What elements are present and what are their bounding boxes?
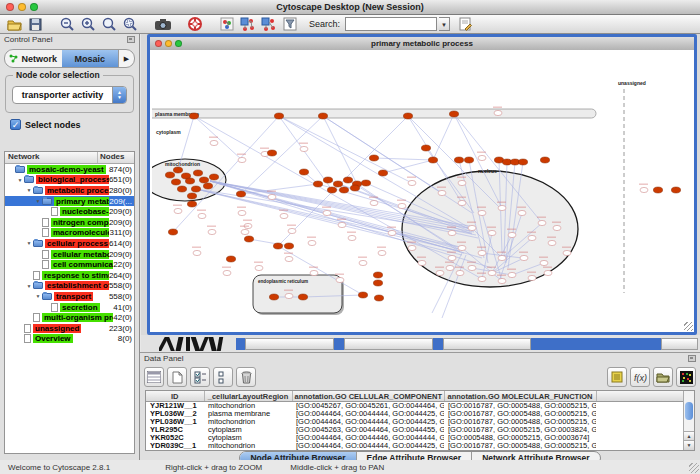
network-node-open[interactable] xyxy=(348,235,356,240)
delete-attribute-icon[interactable] xyxy=(236,367,256,387)
minimize-view-icon[interactable] xyxy=(165,40,172,47)
close-window-icon[interactable] xyxy=(6,3,14,11)
network-node[interactable] xyxy=(361,180,370,186)
network-node[interactable] xyxy=(313,181,322,187)
network-node-open[interactable] xyxy=(418,260,426,265)
network-node-open[interactable] xyxy=(210,140,218,145)
close-view-icon[interactable] xyxy=(155,40,162,47)
network-node-open[interactable] xyxy=(494,110,502,115)
network-canvas-area[interactable]: plasma membrane cytoplasm mitochondrion … xyxy=(150,50,694,332)
table-row[interactable]: YKR052Ccytoplasm[GO:0044464, GO:0044446,… xyxy=(146,434,695,442)
expand-arrow-icon[interactable]: ▼ xyxy=(25,187,33,193)
network-node-open[interactable] xyxy=(478,210,486,215)
network-node-open[interactable] xyxy=(436,270,444,275)
network-node-open[interactable] xyxy=(548,240,556,245)
column-header[interactable]: annotation.GO CELLULAR_COMPONENT xyxy=(292,391,444,402)
app-resize-grip[interactable] xyxy=(689,463,699,473)
network-node-open[interactable] xyxy=(300,146,308,151)
network-node[interactable] xyxy=(284,243,293,249)
tree-row[interactable]: ▼biological_process651(0) xyxy=(5,175,134,186)
tree-row[interactable]: ▼transport558(0) xyxy=(5,291,134,302)
tree-row[interactable]: secretion41(0) xyxy=(5,302,134,313)
network-node-open[interactable] xyxy=(478,250,486,255)
network-node-open[interactable] xyxy=(508,232,516,237)
network-node-open[interactable] xyxy=(323,210,331,215)
select-attributes-icon[interactable] xyxy=(190,367,210,387)
network-node-open[interactable] xyxy=(388,230,396,235)
window-controls[interactable] xyxy=(6,3,38,11)
network-node[interactable] xyxy=(298,294,307,300)
network-node[interactable] xyxy=(199,177,208,183)
network-node-open[interactable] xyxy=(498,255,506,260)
network-node-open[interactable] xyxy=(448,230,456,235)
float-data-panel-icon[interactable] xyxy=(688,355,696,362)
network-node[interactable] xyxy=(449,111,458,117)
expand-arrow-icon[interactable]: ▼ xyxy=(16,177,24,183)
attribute-table[interactable]: ID_cellularLayoutRegionannotation.GO CEL… xyxy=(145,390,695,451)
annotation-icon[interactable] xyxy=(456,16,475,33)
network-node-open[interactable] xyxy=(553,225,561,230)
network-node[interactable] xyxy=(168,229,177,235)
network-node[interactable] xyxy=(171,179,180,185)
filter-icon[interactable] xyxy=(280,16,299,33)
network-node-open[interactable] xyxy=(370,200,378,205)
network-canvas[interactable]: plasma membrane cytoplasm mitochondrion … xyxy=(152,63,692,332)
network-node[interactable] xyxy=(318,113,327,119)
network-node[interactable] xyxy=(273,243,282,249)
table-row[interactable]: YLR295Ccytoplasm[GO:0045263, GO:0044464,… xyxy=(146,426,695,434)
tree-row[interactable]: ▼primary metabo209(... xyxy=(5,196,134,207)
network-node-open[interactable] xyxy=(438,190,446,195)
zoom-fit-icon[interactable] xyxy=(100,16,119,33)
network-node[interactable] xyxy=(203,183,212,189)
tab-mosaic[interactable]: Mosaic xyxy=(62,50,119,67)
network-node-open[interactable] xyxy=(268,194,276,199)
network-node-open[interactable] xyxy=(288,228,296,233)
tab-network[interactable]: Network xyxy=(5,50,62,67)
zoom-selected-icon[interactable] xyxy=(121,16,140,33)
tree-row[interactable]: unassigned223(0) xyxy=(5,323,134,334)
select-nodes-checkbox[interactable]: ✓ xyxy=(10,119,21,130)
network-node[interactable] xyxy=(350,185,359,191)
tree-row[interactable]: multi-organism pro42(0) xyxy=(5,312,134,323)
import-attributes-icon[interactable] xyxy=(653,367,673,387)
network-node-open[interactable] xyxy=(458,180,466,185)
network-node-open[interactable] xyxy=(359,260,367,265)
network-node-open[interactable] xyxy=(238,210,246,215)
table-scrollbar[interactable]: ▲ ▼ xyxy=(683,391,694,450)
tree-row[interactable]: ▼establishment of lo558(0) xyxy=(5,281,134,292)
network-node-open[interactable] xyxy=(193,250,201,255)
attribute-table-icon[interactable] xyxy=(144,367,164,387)
network-node[interactable] xyxy=(378,170,387,176)
network-node[interactable] xyxy=(191,186,200,192)
network-node[interactable] xyxy=(267,150,276,156)
float-panel-icon[interactable] xyxy=(127,36,135,43)
network-node-open[interactable] xyxy=(223,270,231,275)
window-resize-grip[interactable] xyxy=(684,322,693,331)
network-node-open[interactable] xyxy=(544,270,552,275)
network-node-open[interactable] xyxy=(336,277,344,282)
table-row[interactable]: YJR121W__1mitochondrion[GO:0045267, GO:0… xyxy=(146,402,695,411)
network-node[interactable] xyxy=(518,159,527,165)
column-header[interactable]: _cellularLayoutRegion xyxy=(204,391,292,402)
network-node-open[interactable] xyxy=(498,278,506,283)
minimize-window-icon[interactable] xyxy=(18,3,26,11)
network-node[interactable] xyxy=(226,256,235,262)
table-row[interactable]: YDR039C__1mitochondrion[GO:0044464, GO:0… xyxy=(146,442,695,450)
network-node[interactable] xyxy=(333,181,342,187)
notes-icon[interactable] xyxy=(607,367,627,387)
network-node-open[interactable] xyxy=(488,230,496,235)
network-node-open[interactable] xyxy=(478,276,486,281)
network-node[interactable] xyxy=(299,169,308,175)
column-header[interactable]: ID xyxy=(146,391,204,402)
network-node-open[interactable] xyxy=(640,187,648,192)
network-a-icon[interactable] xyxy=(238,16,257,33)
network-node-open[interactable] xyxy=(198,213,206,218)
network-node-open[interactable] xyxy=(456,270,464,275)
tree-row[interactable]: nitrogen compo209(0) xyxy=(5,217,134,228)
search-input[interactable] xyxy=(345,17,437,31)
network-node-open[interactable] xyxy=(458,245,466,250)
network-node-open[interactable] xyxy=(285,256,293,261)
network-node-open[interactable] xyxy=(280,213,288,218)
network-node[interactable] xyxy=(187,193,196,199)
network-node-open[interactable] xyxy=(468,225,476,230)
